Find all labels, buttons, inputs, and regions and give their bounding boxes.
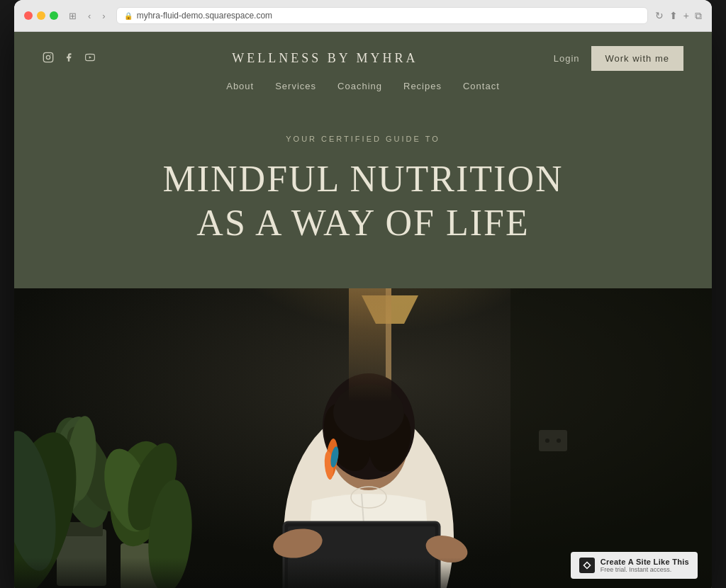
nav-item-about[interactable]: About [226,79,254,92]
site-title[interactable]: WELLNESS BY MYHRA [232,51,418,66]
traffic-lights [24,11,58,20]
url-text: myhra-fluid-demo.squarespace.com [137,11,272,21]
youtube-icon[interactable] [84,52,96,64]
hero-title-line1: Mindful Nutrition [162,159,563,199]
nav-item-services[interactable]: Services [275,79,316,92]
nav-link-about[interactable]: About [226,81,254,91]
hero-title-line2: As a Way of Life [196,203,529,243]
address-bar[interactable]: 🔒 myhra-fluid-demo.squarespace.com [116,7,648,24]
svg-rect-40 [539,430,567,451]
svg-point-41 [545,439,549,443]
login-link[interactable]: Login [554,53,580,64]
hero-subtitle: Your Certified Guide To [43,135,683,143]
svg-marker-3 [89,56,91,59]
close-button[interactable] [24,11,33,20]
browser-window: ⊞ ‹ › 🔒 myhra-fluid-demo.squarespace.com… [14,0,712,588]
social-icons [43,52,96,65]
new-tab-icon[interactable]: + [683,10,689,22]
minimize-button[interactable] [37,11,45,20]
site-header: WELLNESS BY MYHRA Login Work with me Abo… [14,32,712,106]
nav-item-contact[interactable]: Contact [463,79,500,92]
header-top: WELLNESS BY MYHRA Login Work with me [43,46,683,71]
browser-controls: ⊞ ‹ › [65,9,109,23]
forward-icon[interactable]: › [99,9,108,23]
squarespace-logo-icon [579,558,595,573]
svg-point-42 [557,439,561,443]
hero-title: Mindful Nutrition As a Way of Life [43,157,683,246]
nav-menu: About Services Coaching Recipes Contact [43,79,683,92]
hero-image-section: Create A Site Like This Free trial. Inst… [14,288,712,588]
work-with-me-button[interactable]: Work with me [591,46,684,71]
share-icon[interactable]: ⬆ [669,10,678,22]
reload-icon[interactable]: ↻ [655,10,664,22]
website-content: WELLNESS BY MYHRA Login Work with me Abo… [14,32,712,588]
tabs-icon[interactable]: ⧉ [695,10,702,22]
squarespace-badge[interactable]: Create A Site Like This Free trial. Inst… [571,552,698,579]
svg-point-2 [50,55,51,55]
header-right: Login Work with me [554,46,683,71]
squarespace-cta-text: Create A Site Like This [601,558,689,566]
back-icon[interactable]: ‹ [84,9,94,23]
maximize-button[interactable] [50,11,58,20]
squarespace-sub-text: Free trial. Instant access. [601,566,689,573]
hero-text-section: Your Certified Guide To Mindful Nutritio… [14,106,712,288]
instagram-icon[interactable] [43,52,54,65]
nav-link-contact[interactable]: Contact [463,81,500,91]
nav-item-recipes[interactable]: Recipes [403,79,442,92]
sidebar-toggle-icon[interactable]: ⊞ [65,9,80,23]
nav-link-coaching[interactable]: Coaching [337,81,382,91]
lamp-glow [349,288,391,465]
squarespace-badge-text: Create A Site Like This Free trial. Inst… [601,558,689,573]
facebook-icon[interactable] [64,52,74,65]
browser-chrome: ⊞ ‹ › 🔒 myhra-fluid-demo.squarespace.com… [14,0,712,32]
nav-item-coaching[interactable]: Coaching [337,79,382,92]
nav-link-recipes[interactable]: Recipes [403,81,442,91]
main-nav: About Services Coaching Recipes Contact [43,79,683,92]
browser-actions: ↻ ⬆ + ⧉ [655,10,702,22]
nav-link-services[interactable]: Services [275,81,316,91]
hero-photo: Create A Site Like This Free trial. Inst… [14,288,712,588]
svg-point-1 [46,55,50,59]
lock-icon: 🔒 [124,12,133,20]
svg-rect-0 [43,52,52,62]
